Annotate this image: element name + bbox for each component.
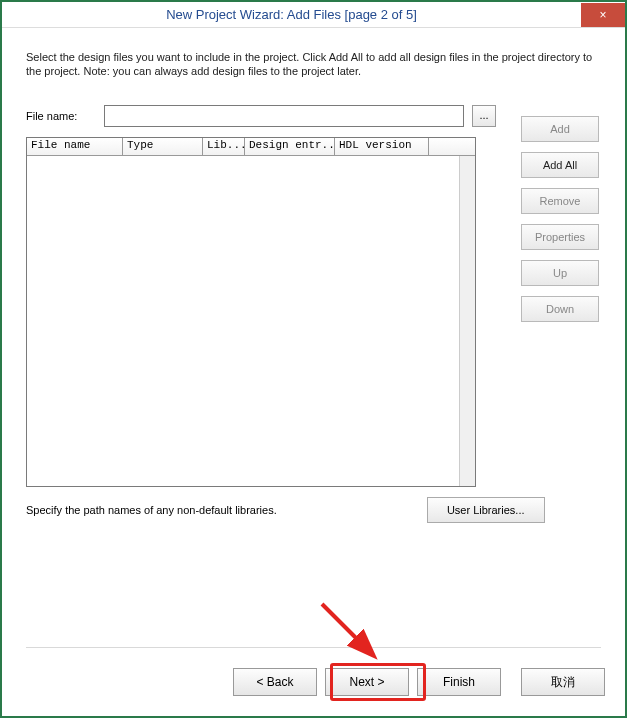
- back-button[interactable]: < Back: [233, 668, 317, 696]
- remove-button[interactable]: Remove: [521, 188, 599, 214]
- window-title: New Project Wizard: Add Files [page 2 of…: [2, 7, 581, 22]
- down-button[interactable]: Down: [521, 296, 599, 322]
- side-button-column: Add Add All Remove Properties Up Down: [521, 116, 599, 322]
- add-button[interactable]: Add: [521, 116, 599, 142]
- close-button[interactable]: ×: [581, 3, 625, 27]
- vertical-scrollbar[interactable]: [459, 156, 475, 486]
- up-button[interactable]: Up: [521, 260, 599, 286]
- col-hdl-version[interactable]: HDL version: [335, 138, 429, 155]
- file-name-label: File name:: [26, 110, 96, 122]
- properties-button[interactable]: Properties: [521, 224, 599, 250]
- col-type[interactable]: Type: [123, 138, 203, 155]
- file-list-table[interactable]: File name Type Lib... Design entr... HDL…: [26, 137, 476, 487]
- wizard-window: New Project Wizard: Add Files [page 2 of…: [0, 0, 627, 718]
- annotation-arrow-icon: [312, 594, 412, 674]
- browse-button[interactable]: ...: [472, 105, 496, 127]
- close-icon: ×: [599, 8, 606, 22]
- col-tail[interactable]: [429, 138, 475, 155]
- user-libraries-button[interactable]: User Libraries...: [427, 497, 545, 523]
- table-header-row: File name Type Lib... Design entr... HDL…: [27, 138, 475, 156]
- finish-button[interactable]: Finish: [417, 668, 501, 696]
- col-file-name[interactable]: File name: [27, 138, 123, 155]
- col-design-entry[interactable]: Design entr...: [245, 138, 335, 155]
- wizard-nav-bar: < Back Next > Finish 取消: [233, 668, 605, 696]
- library-text: Specify the path names of any non-defaul…: [26, 504, 277, 516]
- separator: [26, 647, 601, 648]
- instructions-text: Select the design files you want to incl…: [26, 50, 601, 79]
- titlebar: New Project Wizard: Add Files [page 2 of…: [2, 2, 625, 28]
- cancel-button[interactable]: 取消: [521, 668, 605, 696]
- file-name-input[interactable]: [104, 105, 464, 127]
- next-button[interactable]: Next >: [325, 668, 409, 696]
- col-library[interactable]: Lib...: [203, 138, 245, 155]
- file-name-row: File name: ...: [26, 105, 601, 127]
- library-row: Specify the path names of any non-defaul…: [26, 497, 601, 523]
- add-all-button[interactable]: Add All: [521, 152, 599, 178]
